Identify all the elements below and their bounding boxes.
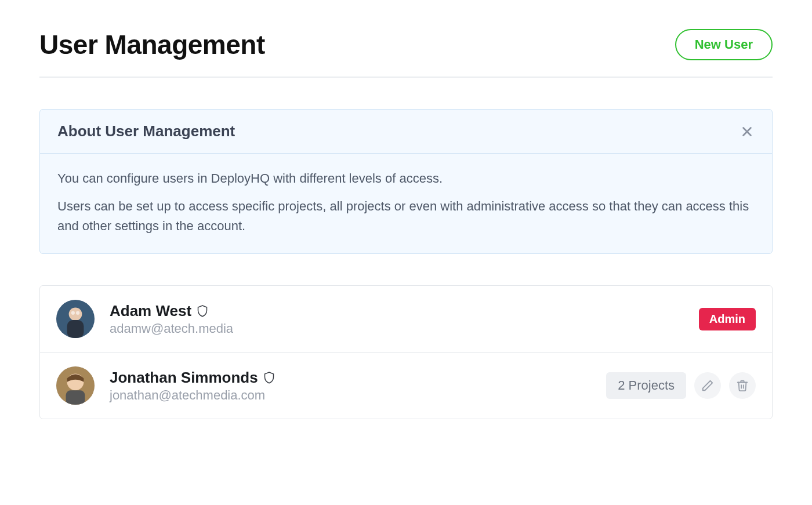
avatar [56, 300, 95, 338]
trash-icon [736, 379, 749, 392]
svg-point-3 [69, 308, 82, 321]
shield-icon [264, 370, 276, 384]
close-icon[interactable] [740, 124, 755, 139]
admin-badge: Admin [699, 308, 756, 330]
svg-point-5 [71, 311, 75, 315]
info-panel-header: About User Management [40, 110, 772, 154]
info-panel: About User Management You can configure … [39, 109, 773, 254]
user-row-actions: Admin [699, 308, 756, 330]
page-title: User Management [39, 29, 265, 60]
pencil-icon [701, 379, 714, 392]
info-panel-body: You can configure users in DeployHQ with… [40, 154, 772, 253]
edit-button[interactable] [694, 372, 721, 399]
info-text-2: Users can be set up to access specific p… [57, 197, 755, 236]
user-row: Adam West adamw@atech.media Admin [40, 286, 772, 352]
user-row-actions: 2 Projects [606, 372, 756, 399]
user-list: Adam West adamw@atech.media Admin Jonath… [39, 285, 773, 419]
new-user-button[interactable]: New User [675, 29, 773, 60]
user-email: adamw@atech.media [110, 321, 684, 336]
user-email: jonathan@atechmedia.com [110, 388, 591, 403]
user-info: Adam West adamw@atech.media [110, 302, 684, 336]
user-info: Jonathan Simmonds jonathan@atechmedia.co… [110, 369, 591, 403]
delete-button[interactable] [729, 372, 756, 399]
svg-rect-4 [67, 320, 84, 338]
svg-point-6 [76, 311, 79, 315]
shield-icon [197, 304, 209, 318]
info-text-1: You can configure users in DeployHQ with… [57, 169, 755, 188]
projects-badge[interactable]: 2 Projects [606, 372, 686, 399]
page-header: User Management New User [39, 29, 773, 78]
svg-rect-9 [66, 391, 85, 405]
user-name: Jonathan Simmonds [110, 369, 258, 387]
user-name: Adam West [110, 302, 191, 320]
avatar [56, 366, 95, 405]
user-row: Jonathan Simmonds jonathan@atechmedia.co… [40, 352, 772, 419]
info-panel-title: About User Management [57, 122, 235, 140]
